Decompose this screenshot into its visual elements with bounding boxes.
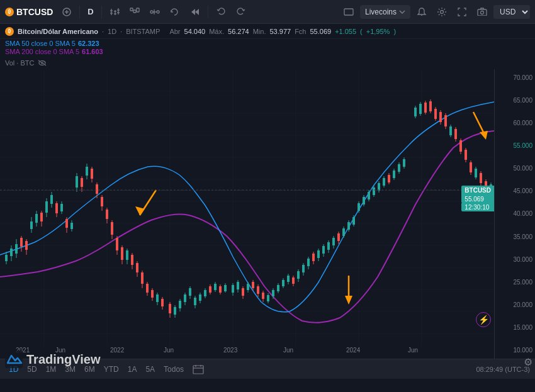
timeframe-ytd-button[interactable]: YTD (100, 364, 123, 375)
svg-rect-148 (373, 188, 375, 195)
notification-button[interactable] (413, 3, 431, 21)
lightning-button[interactable]: ⚡ (476, 312, 491, 327)
svg-rect-236 (347, 222, 350, 230)
indicators-button[interactable] (126, 3, 144, 21)
svg-rect-116 (232, 285, 234, 293)
volume-label-row: Vol · BTC (0, 57, 535, 69)
svg-rect-182 (465, 150, 467, 160)
svg-rect-132 (272, 290, 274, 296)
btcusd-time-value: 12:30:10 (461, 203, 494, 211)
svg-rect-24 (478, 9, 487, 16)
change-pct: ( (360, 28, 363, 35)
tradingview-logo: TradingView (5, 350, 100, 368)
redo-icon (237, 8, 245, 16)
svg-rect-110 (179, 301, 181, 308)
svg-rect-172 (439, 112, 442, 122)
change-pct-value: +1,95% (366, 28, 390, 35)
svg-point-15 (150, 11, 153, 13)
price-45000: 45.000 (497, 188, 532, 194)
timeframe-5a-button[interactable]: 5A (142, 364, 159, 375)
svg-rect-162 (414, 108, 417, 116)
svg-rect-220 (307, 259, 310, 266)
toolbar-separator-2 (101, 6, 102, 18)
settings-gear-button[interactable] (433, 3, 451, 21)
svg-rect-136 (282, 280, 284, 286)
svg-marker-20 (195, 9, 199, 15)
svg-rect-118 (237, 282, 239, 289)
svg-rect-128 (262, 293, 264, 299)
livecoins-button[interactable]: Livecoins (360, 5, 410, 19)
svg-rect-62 (35, 214, 38, 223)
svg-rect-70 (55, 203, 58, 213)
svg-rect-176 (449, 126, 452, 135)
add-symbol-button[interactable] (58, 3, 76, 21)
chart-interval: 1D (108, 28, 116, 35)
main-toolbar: ₿ BTCUSD D (0, 0, 535, 24)
compare-button[interactable] (146, 3, 164, 21)
price-55000: 55.000 (497, 142, 532, 149)
price-axis: 70.000 65.000 60.000 55.000 50.000 45.00… (494, 69, 535, 359)
sma200-value: 61.603 (82, 48, 103, 55)
open-value: 54.040 (184, 28, 206, 35)
svg-rect-138 (287, 276, 290, 282)
timeframe-todos-button[interactable]: Todos (160, 364, 188, 375)
chart-interval-label: · (102, 28, 104, 35)
chart-area[interactable]: 2021 Jun 2022 Jun 2023 Jun 2024 Jun (0, 69, 535, 359)
chart-settings-button[interactable]: ⚙ (524, 356, 532, 368)
svg-rect-232 (337, 233, 340, 241)
replay-button[interactable] (166, 3, 184, 21)
svg-rect-234 (342, 228, 345, 236)
chart-bars-button[interactable] (106, 3, 123, 21)
svg-rect-12 (130, 8, 133, 11)
eye-slash-icon (38, 60, 47, 66)
svg-rect-180 (459, 140, 462, 152)
btcusd-price-tag: BTCUSD 55.069 12:30:10 (461, 186, 494, 211)
svg-text:Jun: Jun (408, 347, 418, 354)
svg-rect-102 (136, 263, 138, 272)
price-30000: 30.000 (497, 256, 532, 263)
bottom-time-display: 08:29:49 (UTC-3) (476, 366, 530, 373)
svg-rect-134 (277, 285, 279, 291)
arrow-annotation-jun2023 (345, 276, 352, 305)
svg-point-23 (441, 10, 444, 13)
svg-line-29 (38, 60, 46, 65)
fullscreen-button[interactable] (453, 3, 471, 21)
bitcoin-icon: ₿ (5, 8, 14, 16)
sma50-label: SMA 50 close 0 SMA 5 (5, 40, 76, 47)
price-65000: 65.000 (497, 97, 532, 104)
candles-2024 (358, 157, 405, 213)
svg-rect-52 (10, 249, 13, 256)
symbol-display[interactable]: ₿ BTCUSD (5, 7, 53, 17)
svg-rect-142 (358, 203, 360, 211)
svg-rect-90 (106, 210, 108, 219)
camera-button[interactable] (473, 3, 491, 21)
svg-rect-122 (247, 284, 249, 290)
vol-settings-button[interactable] (37, 57, 48, 69)
candles-2023 (169, 286, 191, 318)
window-button[interactable] (340, 3, 358, 21)
sma-labels-container: SMA 50 close 0 SMA 5 62.323 SMA 200 clos… (0, 39, 535, 57)
undo-icon (217, 8, 225, 16)
chart-exchange: BITSTAMP (126, 28, 160, 35)
svg-rect-174 (444, 115, 447, 126)
svg-rect-64 (40, 213, 43, 221)
svg-marker-250 (345, 296, 352, 305)
indicators-icon (130, 8, 140, 16)
currency-select[interactable]: USD (493, 5, 530, 19)
high-value: 56.274 (228, 28, 249, 35)
fast-back-button[interactable] (186, 3, 204, 21)
calendar-button[interactable] (191, 362, 205, 376)
svg-rect-226 (322, 246, 325, 254)
svg-rect-194 (146, 284, 149, 293)
svg-rect-58 (25, 241, 28, 250)
svg-rect-100 (131, 255, 133, 265)
svg-text:2023: 2023 (223, 347, 238, 354)
svg-rect-216 (297, 271, 300, 279)
svg-rect-98 (126, 250, 128, 260)
svg-rect-120 (242, 288, 244, 296)
undo-button[interactable] (212, 3, 230, 21)
candles-jun2022 (111, 220, 144, 288)
timeframe-1a-button[interactable]: 1A (124, 364, 141, 375)
redo-button[interactable] (232, 3, 250, 21)
timeframe-selector[interactable]: D (84, 5, 97, 18)
